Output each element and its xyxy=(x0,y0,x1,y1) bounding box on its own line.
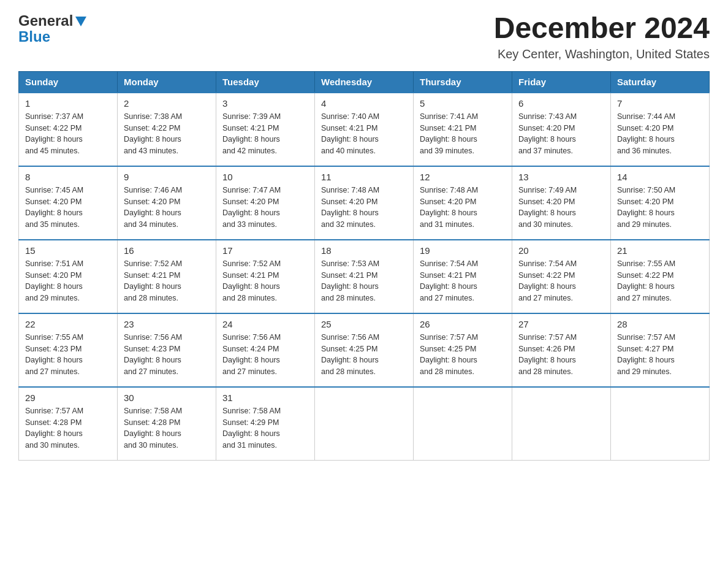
day-info: Sunrise: 7:58 AM Sunset: 4:29 PM Dayligh… xyxy=(222,405,308,451)
day-info: Sunrise: 7:38 AM Sunset: 4:22 PM Dayligh… xyxy=(124,111,210,157)
calendar-cell: 28 Sunrise: 7:57 AM Sunset: 4:27 PM Dayl… xyxy=(611,313,710,387)
day-info: Sunrise: 7:57 AM Sunset: 4:25 PM Dayligh… xyxy=(420,332,506,378)
day-info: Sunrise: 7:52 AM Sunset: 4:21 PM Dayligh… xyxy=(222,258,308,304)
day-number: 18 xyxy=(321,245,407,256)
calendar-table: Sunday Monday Tuesday Wednesday Thursday… xyxy=(18,71,710,461)
calendar-cell: 29 Sunrise: 7:57 AM Sunset: 4:28 PM Dayl… xyxy=(19,387,118,461)
day-info: Sunrise: 7:48 AM Sunset: 4:20 PM Dayligh… xyxy=(420,185,506,231)
calendar-cell: 4 Sunrise: 7:40 AM Sunset: 4:21 PM Dayli… xyxy=(315,93,414,166)
calendar-cell: 6 Sunrise: 7:43 AM Sunset: 4:20 PM Dayli… xyxy=(512,93,611,166)
calendar-cell: 9 Sunrise: 7:46 AM Sunset: 4:20 PM Dayli… xyxy=(118,166,216,240)
day-number: 24 xyxy=(222,319,308,329)
day-info: Sunrise: 7:50 AM Sunset: 4:20 PM Dayligh… xyxy=(617,185,703,231)
day-number: 6 xyxy=(518,98,604,109)
calendar-cell: 21 Sunrise: 7:55 AM Sunset: 4:22 PM Dayl… xyxy=(611,240,710,313)
day-number: 11 xyxy=(321,172,407,182)
day-info: Sunrise: 7:49 AM Sunset: 4:20 PM Dayligh… xyxy=(518,185,604,231)
day-info: Sunrise: 7:47 AM Sunset: 4:20 PM Dayligh… xyxy=(222,185,308,231)
day-info: Sunrise: 7:43 AM Sunset: 4:20 PM Dayligh… xyxy=(518,111,604,157)
col-sunday: Sunday xyxy=(19,71,118,93)
day-number: 20 xyxy=(518,245,604,256)
day-number: 26 xyxy=(420,319,506,329)
calendar-cell: 26 Sunrise: 7:57 AM Sunset: 4:25 PM Dayl… xyxy=(414,313,512,387)
day-info: Sunrise: 7:46 AM Sunset: 4:20 PM Dayligh… xyxy=(124,185,210,231)
week-row-2: 8 Sunrise: 7:45 AM Sunset: 4:20 PM Dayli… xyxy=(19,166,710,240)
day-number: 4 xyxy=(321,98,407,109)
day-number: 16 xyxy=(124,245,210,256)
day-number: 19 xyxy=(420,245,506,256)
calendar-cell: 25 Sunrise: 7:56 AM Sunset: 4:25 PM Dayl… xyxy=(315,313,414,387)
day-info: Sunrise: 7:55 AM Sunset: 4:22 PM Dayligh… xyxy=(617,258,703,304)
day-info: Sunrise: 7:44 AM Sunset: 4:20 PM Dayligh… xyxy=(617,111,703,157)
day-number: 22 xyxy=(25,319,111,329)
day-info: Sunrise: 7:53 AM Sunset: 4:21 PM Dayligh… xyxy=(321,258,407,304)
logo-triangle-icon xyxy=(75,17,86,26)
day-info: Sunrise: 7:39 AM Sunset: 4:21 PM Dayligh… xyxy=(222,111,308,157)
calendar-cell: 16 Sunrise: 7:52 AM Sunset: 4:21 PM Dayl… xyxy=(118,240,216,313)
calendar-cell: 10 Sunrise: 7:47 AM Sunset: 4:20 PM Dayl… xyxy=(216,166,315,240)
calendar-header-row: Sunday Monday Tuesday Wednesday Thursday… xyxy=(19,71,710,93)
day-number: 23 xyxy=(124,319,210,329)
calendar-cell xyxy=(414,387,512,461)
col-wednesday: Wednesday xyxy=(315,71,414,93)
calendar-cell xyxy=(315,387,414,461)
calendar-cell: 7 Sunrise: 7:44 AM Sunset: 4:20 PM Dayli… xyxy=(611,93,710,166)
calendar-cell: 27 Sunrise: 7:57 AM Sunset: 4:26 PM Dayl… xyxy=(512,313,611,387)
day-info: Sunrise: 7:58 AM Sunset: 4:28 PM Dayligh… xyxy=(124,405,210,451)
calendar-cell: 14 Sunrise: 7:50 AM Sunset: 4:20 PM Dayl… xyxy=(611,166,710,240)
week-row-1: 1 Sunrise: 7:37 AM Sunset: 4:22 PM Dayli… xyxy=(19,93,710,166)
day-number: 3 xyxy=(222,98,308,109)
day-number: 14 xyxy=(617,172,703,182)
calendar-cell: 31 Sunrise: 7:58 AM Sunset: 4:29 PM Dayl… xyxy=(216,387,315,461)
day-number: 31 xyxy=(222,393,308,403)
calendar-cell: 19 Sunrise: 7:54 AM Sunset: 4:21 PM Dayl… xyxy=(414,240,512,313)
day-number: 12 xyxy=(420,172,506,182)
day-number: 5 xyxy=(420,98,506,109)
day-info: Sunrise: 7:57 AM Sunset: 4:27 PM Dayligh… xyxy=(617,332,703,378)
day-number: 25 xyxy=(321,319,407,329)
calendar-cell: 11 Sunrise: 7:48 AM Sunset: 4:20 PM Dayl… xyxy=(315,166,414,240)
col-monday: Monday xyxy=(118,71,216,93)
col-friday: Friday xyxy=(512,71,611,93)
calendar-cell: 13 Sunrise: 7:49 AM Sunset: 4:20 PM Dayl… xyxy=(512,166,611,240)
col-saturday: Saturday xyxy=(611,71,710,93)
logo-blue-text: Blue xyxy=(18,29,50,44)
page-header: General Blue December 2024 Key Center, W… xyxy=(18,12,710,61)
week-row-4: 22 Sunrise: 7:55 AM Sunset: 4:23 PM Dayl… xyxy=(19,313,710,387)
calendar-cell: 20 Sunrise: 7:54 AM Sunset: 4:22 PM Dayl… xyxy=(512,240,611,313)
day-info: Sunrise: 7:52 AM Sunset: 4:21 PM Dayligh… xyxy=(124,258,210,304)
day-number: 21 xyxy=(617,245,703,256)
calendar-cell: 8 Sunrise: 7:45 AM Sunset: 4:20 PM Dayli… xyxy=(19,166,118,240)
day-number: 7 xyxy=(617,98,703,109)
day-info: Sunrise: 7:57 AM Sunset: 4:28 PM Dayligh… xyxy=(25,405,111,451)
calendar-cell: 24 Sunrise: 7:56 AM Sunset: 4:24 PM Dayl… xyxy=(216,313,315,387)
day-info: Sunrise: 7:56 AM Sunset: 4:23 PM Dayligh… xyxy=(124,332,210,378)
day-number: 27 xyxy=(518,319,604,329)
calendar-cell: 1 Sunrise: 7:37 AM Sunset: 4:22 PM Dayli… xyxy=(19,93,118,166)
calendar-cell: 22 Sunrise: 7:55 AM Sunset: 4:23 PM Dayl… xyxy=(19,313,118,387)
day-info: Sunrise: 7:41 AM Sunset: 4:21 PM Dayligh… xyxy=(420,111,506,157)
day-info: Sunrise: 7:54 AM Sunset: 4:21 PM Dayligh… xyxy=(420,258,506,304)
calendar-cell: 2 Sunrise: 7:38 AM Sunset: 4:22 PM Dayli… xyxy=(118,93,216,166)
day-number: 1 xyxy=(25,98,111,109)
calendar-cell: 17 Sunrise: 7:52 AM Sunset: 4:21 PM Dayl… xyxy=(216,240,315,313)
calendar-cell xyxy=(512,387,611,461)
logo: General Blue xyxy=(18,12,86,44)
day-info: Sunrise: 7:56 AM Sunset: 4:25 PM Dayligh… xyxy=(321,332,407,378)
title-section: December 2024 Key Center, Washington, Un… xyxy=(494,12,710,61)
day-info: Sunrise: 7:51 AM Sunset: 4:20 PM Dayligh… xyxy=(25,258,111,304)
day-number: 8 xyxy=(25,172,111,182)
day-number: 10 xyxy=(222,172,308,182)
col-tuesday: Tuesday xyxy=(216,71,315,93)
day-number: 13 xyxy=(518,172,604,182)
day-number: 30 xyxy=(124,393,210,403)
day-number: 2 xyxy=(124,98,210,109)
day-info: Sunrise: 7:48 AM Sunset: 4:20 PM Dayligh… xyxy=(321,185,407,231)
week-row-5: 29 Sunrise: 7:57 AM Sunset: 4:28 PM Dayl… xyxy=(19,387,710,461)
day-number: 9 xyxy=(124,172,210,182)
day-number: 17 xyxy=(222,245,308,256)
calendar-cell: 5 Sunrise: 7:41 AM Sunset: 4:21 PM Dayli… xyxy=(414,93,512,166)
day-number: 15 xyxy=(25,245,111,256)
day-info: Sunrise: 7:56 AM Sunset: 4:24 PM Dayligh… xyxy=(222,332,308,378)
calendar-cell: 30 Sunrise: 7:58 AM Sunset: 4:28 PM Dayl… xyxy=(118,387,216,461)
